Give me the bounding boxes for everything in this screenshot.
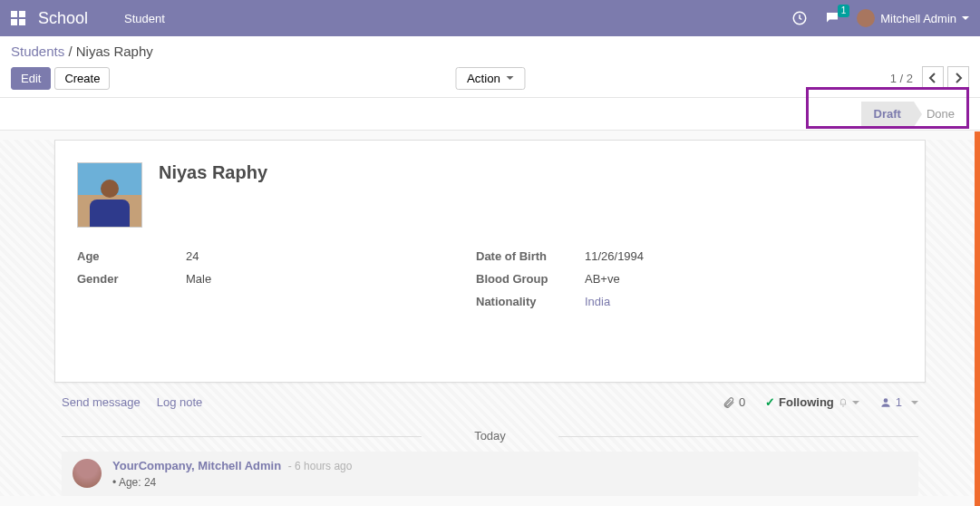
status-draft[interactable]: Draft [861,102,914,126]
pager-count[interactable]: 1 / 2 [890,72,913,85]
statusbar: Draft Done [0,98,980,131]
log-note-button[interactable]: Log note [157,395,203,409]
user-name: Mitchell Admin [880,12,956,25]
activity-icon[interactable] [791,10,808,26]
user-menu[interactable]: Mitchell Admin [857,9,969,27]
message-author[interactable]: YourCompany, Mitchell Admin [112,459,281,472]
top-navbar: School Student 1 Mitchell Admin [0,0,980,36]
messages-badge: 1 [838,5,850,17]
breadcrumb: Students / Niyas Raphy [11,44,969,59]
breadcrumb-parent[interactable]: Students [11,44,64,59]
chatter: Send message Log note 0 ✓ Following 1 [0,383,980,496]
chevron-down-icon [506,76,513,80]
chevron-down-icon [962,16,969,20]
field-gender: Gender Male [77,272,367,286]
user-avatar-icon [857,9,875,27]
field-blood-group: Blood Group AB+ve [476,272,644,286]
date-separator: Today [62,429,918,443]
field-age: Age 24 [77,249,367,263]
create-button[interactable]: Create [54,67,110,90]
apps-icon[interactable] [11,11,25,25]
menu-student[interactable]: Student [124,12,165,25]
check-icon: ✓ [765,395,775,409]
pager-next-button[interactable] [947,66,969,90]
following-button[interactable]: ✓ Following [765,395,859,409]
form-sheet: Niyas Raphy Age 24 Gender Male Date of B… [54,140,926,383]
message-item: YourCompany, Mitchell Admin - 6 hours ag… [62,452,918,496]
form-view: Niyas Raphy Age 24 Gender Male Date of B… [0,140,980,496]
chevron-down-icon [911,401,918,404]
chevron-down-icon [852,401,859,404]
action-dropdown[interactable]: Action [455,67,525,90]
record-title: Niyas Raphy [159,162,267,228]
person-icon [879,396,892,409]
attachments-button[interactable]: 0 [723,395,745,409]
field-dob: Date of Birth 11/26/1994 [476,249,644,263]
discuss-icon[interactable]: 1 [824,10,840,26]
control-panel: Students / Niyas Raphy Edit Create Actio… [0,36,980,98]
status-done[interactable]: Done [914,102,967,126]
pager-prev-button[interactable] [922,66,944,90]
message-time: - 6 hours ago [288,460,353,472]
send-message-button[interactable]: Send message [62,395,141,409]
bell-icon [838,396,849,409]
message-avatar [73,459,102,488]
field-nationality: Nationality India [476,295,644,308]
record-image[interactable] [77,162,142,228]
message-line: Age: 24 [112,476,156,489]
scrollbar-indicator [975,131,980,506]
svg-point-1 [883,398,888,403]
edit-button[interactable]: Edit [11,67,51,90]
followers-button[interactable]: 1 [879,395,918,409]
breadcrumb-current: Niyas Raphy [76,44,153,59]
brand-title[interactable]: School [38,9,88,28]
